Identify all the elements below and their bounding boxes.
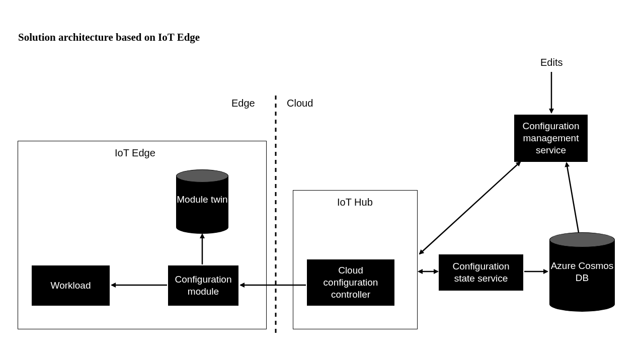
arrow-mgmt-hub-bi [420,162,520,254]
label-edits: Edits [540,57,562,68]
node-config-module-label: Configuration module [172,274,234,298]
node-config-state-service-label: Configuration state service [443,260,519,285]
node-config-mgmt-service: Configuration management service [514,115,588,162]
node-cosmos-db-label: Azure Cosmos DB [551,260,614,283]
page-title: Solution architecture based on IoT Edge [18,31,200,44]
region-label-cloud: Cloud [287,98,313,109]
container-label-iot-edge: IoT Edge [115,147,155,159]
region-label-edge: Edge [231,98,255,109]
node-workload: Workload [32,265,110,306]
node-config-state-service: Configuration state service [439,254,523,291]
node-config-mgmt-service-label: Configuration management service [518,120,584,156]
node-module-twin-label: Module twin [177,194,227,205]
node-module-twin: Module twin [176,169,228,234]
node-config-module: Configuration module [168,265,238,306]
node-cosmos-db: Azure Cosmos DB [549,232,615,312]
arrow-cosmos-to-mgmt [567,163,580,238]
container-label-iot-hub: IoT Hub [337,197,373,208]
node-workload-label: Workload [51,280,91,292]
node-cloud-config-controller: Cloud configuration controller [307,259,394,306]
node-cloud-config-controller-label: Cloud configuration controller [311,264,390,300]
